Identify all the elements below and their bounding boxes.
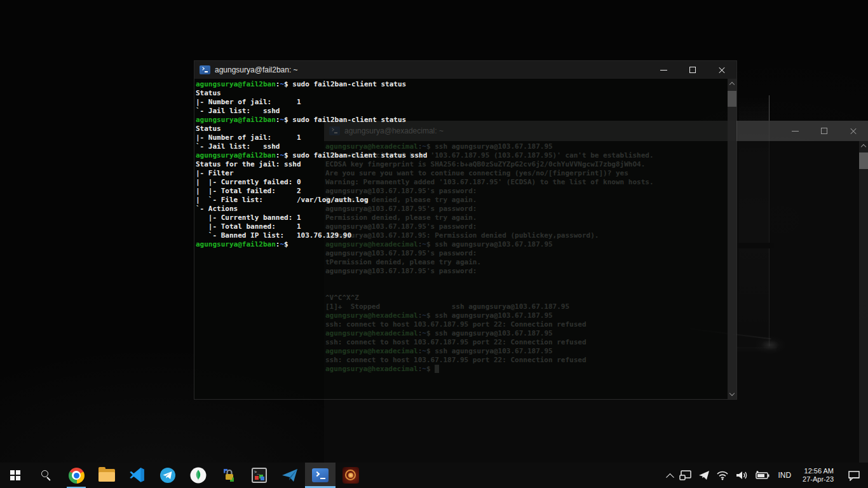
volume-tray[interactable] — [732, 463, 751, 488]
close-button[interactable] — [839, 121, 868, 141]
red-emblem-icon — [342, 467, 359, 484]
mobaxterm-icon: >_ — [252, 468, 267, 483]
taskbar-app-mobaxterm[interactable]: >_ — [244, 463, 275, 488]
scrollbar[interactable] — [859, 141, 868, 463]
volume-icon — [735, 470, 748, 480]
maximize-icon — [821, 128, 827, 134]
minimize-icon — [792, 131, 799, 132]
minimize-button[interactable] — [649, 61, 678, 79]
scrollbar-thumb[interactable] — [859, 152, 868, 169]
terminal-line: |- Currently banned: 1 — [196, 214, 728, 222]
terminal-line: Status — [196, 125, 728, 133]
taskbar-app-file-explorer[interactable] — [92, 463, 122, 488]
scroll-up-icon[interactable] — [729, 82, 734, 87]
hidden-icons-button[interactable] — [664, 463, 676, 488]
powershell-icon — [200, 65, 210, 74]
action-center-button[interactable] — [840, 463, 868, 488]
paper-plane-icon — [698, 470, 710, 480]
taskbar-clock[interactable]: 12:56 AM 27-Apr-23 — [796, 467, 840, 484]
window-title: agungsurya@fail2ban: ~ — [215, 65, 649, 74]
terminal-line: agungsurya@fail2ban:~$ sudo fail2ban-cli… — [196, 151, 728, 160]
search-button[interactable] — [31, 463, 61, 488]
close-icon — [718, 66, 726, 74]
scrollbar[interactable] — [728, 79, 736, 399]
titlebar[interactable]: agungsurya@fail2ban: ~ — [194, 61, 736, 79]
terminal-line: | `- File list: /var/log/auth.log — [196, 196, 728, 205]
terminal-line: `- Actions — [196, 205, 728, 214]
taskbar-app-paper-plane[interactable] — [275, 463, 305, 488]
taskbar-app-vscode[interactable] — [122, 463, 153, 488]
scroll-down-icon[interactable] — [729, 391, 734, 396]
mongodb-icon — [190, 467, 207, 484]
maximize-icon — [689, 67, 696, 73]
taskbar: >_ — [0, 463, 868, 488]
desktop: agungsurya@hexadecimal: ~ agungsurya@hex… — [0, 0, 868, 488]
chrome-icon — [69, 468, 85, 484]
terminal-output[interactable]: agungsurya@fail2ban:~$ sudo fail2ban-cli… — [194, 79, 728, 399]
battery-tray[interactable] — [751, 463, 773, 488]
action-center-icon — [848, 470, 860, 481]
wifi-tray[interactable] — [713, 463, 732, 488]
taskbar-app-mongodb[interactable] — [183, 463, 214, 488]
file-explorer-icon — [98, 469, 115, 482]
language-indicator[interactable]: IND — [773, 471, 796, 480]
terminal-line: `- Banned IP list: 103.76.129.90 — [196, 231, 728, 240]
taskbar-app-telegram[interactable] — [153, 463, 183, 488]
chevron-up-icon — [667, 473, 675, 481]
terminal-line: |- Number of jail: 1 — [196, 98, 728, 107]
taskbar-app-powershell-active[interactable] — [305, 463, 336, 488]
terminal-line: |- Number of jail: 1 — [196, 133, 728, 142]
search-icon — [40, 470, 51, 481]
paper-plane-icon — [281, 467, 299, 484]
vscode-icon — [129, 467, 146, 484]
terminal-line: `- Jail list: sshd — [196, 142, 728, 151]
terminal-line: `- Jail list: sshd — [196, 107, 728, 116]
minimize-button[interactable] — [780, 121, 810, 141]
system-tray: IND 12:56 AM 27-Apr-23 — [664, 463, 868, 488]
scroll-up-icon[interactable] — [860, 144, 865, 149]
terminal-line: |- Total banned: 1 — [196, 222, 728, 231]
close-icon — [850, 127, 857, 135]
minimize-icon — [660, 70, 667, 71]
windows-logo-icon — [10, 470, 20, 480]
wifi-icon — [716, 470, 729, 480]
battery-charging-icon — [754, 470, 770, 480]
clock-date: 27-Apr-23 — [803, 475, 834, 484]
maximize-button[interactable] — [810, 121, 839, 141]
telegram-icon — [159, 467, 176, 484]
terminal-window-fail2ban[interactable]: agungsurya@fail2ban: ~ agungsurya@fail2b… — [194, 60, 737, 400]
terminal-line: agungsurya@fail2ban:~$ sudo fail2ban-cli… — [196, 116, 728, 125]
terminal-line: | |- Currently failed: 0 — [196, 178, 728, 187]
maximize-button[interactable] — [678, 61, 707, 79]
telegram-tray[interactable] — [695, 463, 713, 488]
powershell-icon — [312, 468, 329, 482]
terminal-line: Status — [196, 89, 728, 98]
scrollbar-thumb[interactable] — [728, 91, 736, 107]
terminal-line: Status for the jail: sshd — [196, 160, 728, 169]
terminal-line: agungsurya@fail2ban:~$ — [196, 240, 728, 249]
clock-time: 12:56 AM — [803, 467, 834, 475]
terminal-line: | |- Total failed: 2 — [196, 187, 728, 196]
close-button[interactable] — [707, 61, 736, 79]
start-button[interactable] — [0, 463, 31, 488]
taskbar-app-red-emblem[interactable] — [336, 463, 366, 488]
network-display-icon — [679, 470, 692, 481]
terminal-line: agungsurya@fail2ban:~$ sudo fail2ban-cli… — [196, 80, 728, 89]
winscp-lock-icon — [220, 467, 237, 484]
network-display-tray[interactable] — [676, 463, 695, 488]
terminal-line: |- Filter — [196, 169, 728, 178]
taskbar-app-winscp[interactable] — [214, 463, 244, 488]
taskbar-app-chrome[interactable] — [61, 463, 92, 488]
